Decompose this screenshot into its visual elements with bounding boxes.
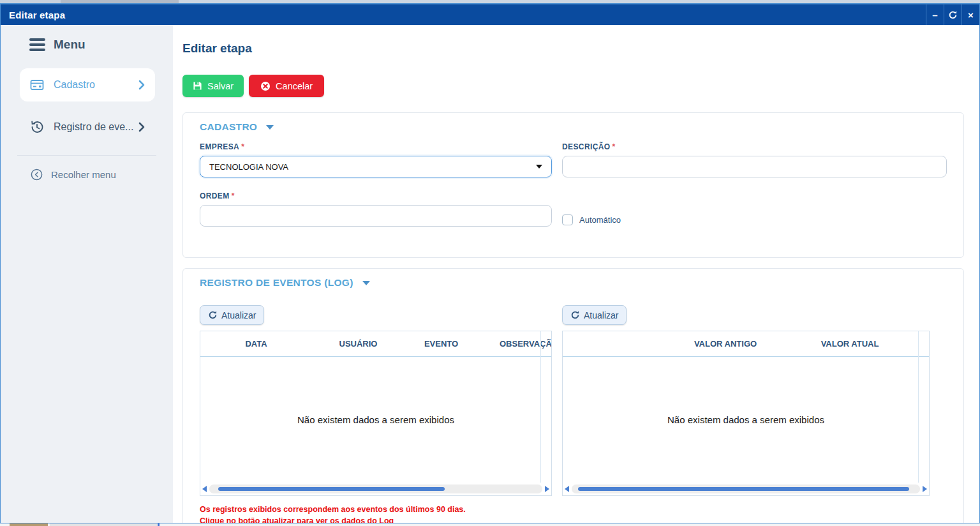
events-empty-state: Não existem dados a serem exibidos	[200, 357, 551, 483]
behind-strip-segment	[10, 523, 48, 526]
refresh-button-label: Atualizar	[221, 310, 256, 320]
save-button[interactable]: Salvar	[182, 75, 244, 97]
cadastro-section-header[interactable]: CADASTRO	[200, 121, 947, 133]
scrollbar-thumb[interactable]	[578, 487, 909, 491]
page-behind-bottom-strip	[0, 523, 980, 526]
empresa-field-group: EMPRESA* TECNOLOGIA NOVA	[200, 142, 552, 177]
refresh-icon	[570, 310, 580, 320]
descricao-field-group: DESCRIÇÃO*	[562, 142, 947, 177]
empresa-select[interactable]: TECNOLOGIA NOVA	[200, 156, 552, 177]
log-tables: Atualizar DATA USUÁRIO EVENTO OBSERVAÇÃO…	[200, 305, 947, 496]
cancel-button-label: Cancelar	[276, 81, 313, 91]
refresh-window-button[interactable]	[944, 4, 961, 25]
log-note-line: Os registros exibidos correspondem aos e…	[200, 504, 947, 515]
sidebar-item-label: Registro de eve...	[54, 121, 133, 133]
required-asterisk: *	[612, 142, 616, 151]
behind-strip-segment	[50, 523, 157, 526]
ordem-field-group: ORDEM*	[200, 192, 552, 227]
chevron-right-icon	[138, 122, 145, 132]
window-controls: – ×	[926, 4, 979, 25]
collapse-caret-icon	[362, 281, 370, 285]
sidebar-item-cadastro[interactable]: Cadastro	[20, 68, 155, 101]
main-content: Editar etapa Salvar	[173, 25, 979, 523]
menu-header[interactable]: Menu	[1, 38, 173, 52]
vertical-scrollbar-area[interactable]	[918, 331, 929, 483]
refresh-icon	[208, 310, 218, 320]
refresh-icon	[948, 10, 958, 20]
select-caret-icon	[536, 165, 542, 169]
log-notes: Os registros exibidos correspondem aos e…	[200, 504, 947, 523]
sidebar: Menu Cadastro	[1, 25, 173, 523]
events-table: DATA USUÁRIO EVENTO OBSERVAÇÃO Não exist…	[200, 331, 552, 496]
scroll-right-arrow-icon[interactable]	[545, 486, 549, 492]
automatico-field-group: Automático	[562, 192, 947, 227]
events-horizontal-scrollbar	[200, 483, 551, 495]
automatico-checkbox[interactable]	[562, 214, 573, 225]
ordem-label: ORDEM*	[200, 192, 552, 200]
column-header-valor-atual[interactable]: VALOR ATUAL	[786, 339, 914, 349]
modal-window: Editar etapa – × Menu	[0, 3, 980, 523]
values-table-header: VALOR ANTIGO VALOR ATUAL	[563, 331, 929, 357]
collapse-menu-label: Recolher menu	[51, 169, 116, 180]
required-asterisk: *	[232, 192, 235, 200]
log-section-title: REGISTRO DE EVENTOS (LOG)	[200, 277, 353, 289]
vertical-scrollbar-area[interactable]	[540, 331, 551, 483]
empresa-label: EMPRESA*	[200, 142, 552, 151]
refresh-values-button[interactable]: Atualizar	[562, 305, 627, 325]
empresa-selected-value: TECNOLOGIA NOVA	[209, 162, 288, 172]
save-button-label: Salvar	[207, 81, 234, 91]
log-note-line: Clique no botão atualizar para ver os da…	[200, 515, 947, 523]
column-header-valor-antigo[interactable]: VALOR ANTIGO	[665, 339, 786, 349]
minimize-icon: –	[932, 10, 937, 20]
collapse-menu-button[interactable]: Recolher menu	[1, 169, 173, 181]
descricao-label: DESCRIÇÃO*	[562, 142, 947, 151]
scroll-right-arrow-icon[interactable]	[923, 486, 927, 492]
behind-strip-segment	[158, 523, 160, 526]
close-button[interactable]: ×	[961, 4, 979, 25]
log-values-column: Atualizar VALOR ANTIGO VALOR ATUAL Não e…	[562, 305, 930, 496]
ordem-input[interactable]	[200, 205, 552, 227]
hamburger-icon	[29, 38, 45, 51]
history-icon	[29, 119, 45, 135]
log-events-column: Atualizar DATA USUÁRIO EVENTO OBSERVAÇÃO…	[200, 305, 552, 496]
scroll-left-arrow-icon[interactable]	[565, 486, 569, 492]
automatico-label: Automático	[579, 215, 621, 225]
collapse-caret-icon	[266, 125, 274, 130]
cadastro-section-title: CADASTRO	[200, 121, 257, 133]
log-panel: REGISTRO DE EVENTOS (LOG) Atu	[182, 268, 964, 523]
minimize-button[interactable]: –	[926, 4, 944, 25]
cadastro-form: EMPRESA* TECNOLOGIA NOVA DESCRIÇÃO* ORDE…	[200, 142, 947, 227]
refresh-events-button[interactable]: Atualizar	[200, 305, 264, 325]
column-header-usuario[interactable]: USUÁRIO	[312, 339, 405, 349]
scroll-left-arrow-icon[interactable]	[202, 486, 207, 492]
page-title: Editar etapa	[182, 41, 964, 56]
values-table: VALOR ANTIGO VALOR ATUAL Não existem dad…	[562, 331, 930, 496]
cancel-button[interactable]: Cancelar	[249, 75, 324, 97]
scrollbar-track[interactable]	[572, 485, 920, 493]
values-horizontal-scrollbar	[563, 483, 929, 495]
scrollbar-track[interactable]	[209, 485, 542, 493]
column-header-evento[interactable]: EVENTO	[405, 339, 478, 349]
descricao-input[interactable]	[562, 156, 947, 177]
sidebar-item-registro-de-eventos[interactable]: Registro de eve...	[20, 110, 155, 144]
column-header-data[interactable]: DATA	[200, 339, 312, 349]
chevron-left-circle-icon	[31, 169, 43, 181]
values-empty-state: Não existem dados a serem exibidos	[563, 357, 929, 483]
log-section-header[interactable]: REGISTRO DE EVENTOS (LOG)	[200, 277, 947, 289]
titlebar: Editar etapa – ×	[1, 4, 979, 25]
events-table-header: DATA USUÁRIO EVENTO OBSERVAÇÃO	[200, 331, 551, 357]
sidebar-item-label: Cadastro	[54, 79, 95, 91]
sidebar-divider	[17, 155, 156, 156]
cancel-circle-x-icon	[260, 81, 271, 91]
close-icon: ×	[968, 10, 974, 20]
menu-label: Menu	[54, 38, 85, 52]
action-buttons: Salvar Cancelar	[182, 75, 964, 97]
card-icon	[29, 77, 45, 93]
refresh-button-label: Atualizar	[584, 310, 618, 320]
save-floppy-icon	[193, 81, 202, 91]
window-title: Editar etapa	[1, 10, 65, 20]
scrollbar-thumb[interactable]	[218, 487, 445, 491]
required-asterisk: *	[241, 142, 244, 151]
window-body: Menu Cadastro	[1, 25, 979, 523]
chevron-right-icon	[138, 80, 145, 90]
